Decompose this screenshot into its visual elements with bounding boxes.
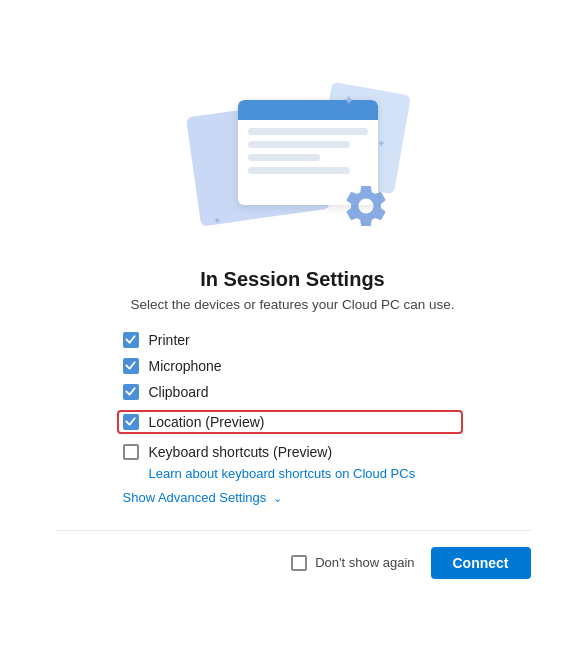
dont-show-checkbox[interactable] [291, 555, 307, 571]
checkbox-printer[interactable] [123, 332, 139, 348]
dont-show-label: Don't show again [315, 555, 414, 570]
option-clipboard: Clipboard [123, 384, 463, 400]
chevron-down-icon: ⌄ [273, 492, 282, 504]
sparkle-icon: ✦ [343, 92, 355, 108]
checkbox-clipboard[interactable] [123, 384, 139, 400]
footer: Don't show again Connect [55, 530, 531, 579]
checkbox-keyboard[interactable] [123, 444, 139, 460]
option-printer: Printer [123, 332, 463, 348]
option-label-keyboard: Keyboard shortcuts (Preview) [149, 444, 333, 460]
show-advanced-label: Show Advanced Settings [123, 490, 267, 505]
hero-line [248, 128, 368, 135]
hero-line [248, 141, 350, 148]
option-label-printer: Printer [149, 332, 190, 348]
show-advanced-row: Show Advanced Settings ⌄ [123, 488, 463, 506]
hero-card-lines [238, 120, 378, 182]
dont-show-row: Don't show again [291, 555, 414, 571]
option-label-microphone: Microphone [149, 358, 222, 374]
hero-line [248, 154, 320, 161]
sparkle-icon: ✦ [377, 138, 385, 149]
checkbox-location[interactable] [123, 414, 139, 430]
dialog-title: In Session Settings [200, 268, 384, 291]
option-keyboard: Keyboard shortcuts (Preview) [123, 444, 463, 460]
dialog: ✦ ✦ ✦ In Session Settings Select the dev… [23, 54, 563, 603]
option-microphone: Microphone [123, 358, 463, 374]
gear-icon [341, 181, 391, 238]
hero-line [248, 167, 350, 174]
checkbox-microphone[interactable] [123, 358, 139, 374]
option-location: Location (Preview) [117, 410, 463, 434]
keyboard-shortcuts-link[interactable]: Learn about keyboard shortcuts on Cloud … [149, 466, 416, 481]
connect-button[interactable]: Connect [431, 547, 531, 579]
dialog-subtitle: Select the devices or features your Clou… [130, 297, 454, 312]
show-advanced-link[interactable]: Show Advanced Settings ⌄ [123, 490, 282, 505]
options-list: Printer Microphone Clipboard [123, 332, 463, 460]
hero-card-header [238, 100, 378, 120]
option-label-location: Location (Preview) [149, 414, 265, 430]
keyboard-link-row: Learn about keyboard shortcuts on Cloud … [123, 464, 463, 482]
sparkle-icon: ✦ [213, 215, 221, 226]
hero-illustration: ✦ ✦ ✦ [183, 78, 403, 248]
option-label-clipboard: Clipboard [149, 384, 209, 400]
